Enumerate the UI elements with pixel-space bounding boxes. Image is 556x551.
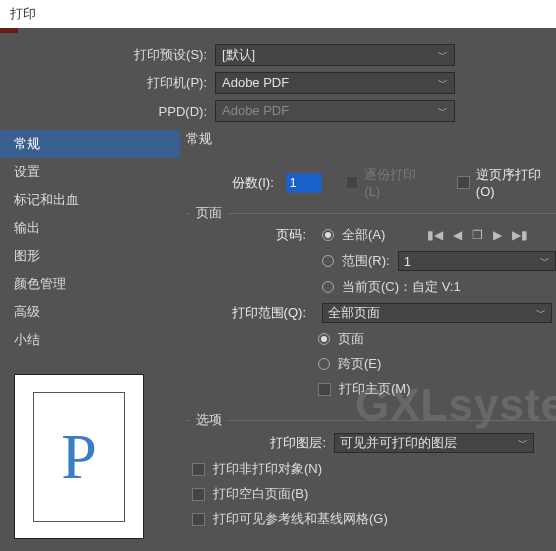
sidebar-item-output[interactable]: 输出 bbox=[0, 214, 180, 242]
sidebar-item-summary[interactable]: 小结 bbox=[0, 326, 180, 354]
reverse-label: 逆页序打印(O) bbox=[476, 166, 556, 199]
sidebar-item-setup[interactable]: 设置 bbox=[0, 158, 180, 186]
printrange-select[interactable]: 全部页面﹀ bbox=[322, 303, 552, 323]
last-page-icon[interactable]: ▶▮ bbox=[512, 228, 528, 242]
sidebar-item-color[interactable]: 颜色管理 bbox=[0, 270, 180, 298]
print-masters-label: 打印主页(M) bbox=[339, 380, 411, 398]
pages-legend: 页面 bbox=[190, 204, 228, 222]
pages-all-radio[interactable] bbox=[322, 229, 334, 241]
preview-inner: P bbox=[33, 392, 125, 522]
printer-select[interactable]: Adobe PDF﹀ bbox=[215, 72, 455, 94]
print-nonprint-label: 打印非打印对象(N) bbox=[213, 460, 322, 478]
prev-page-icon[interactable]: ◀ bbox=[453, 228, 462, 242]
sequence-spread-radio[interactable] bbox=[318, 358, 330, 370]
ppd-label: PPD(D): bbox=[100, 104, 215, 119]
preview-glyph: P bbox=[61, 420, 97, 494]
print-blank-label: 打印空白页面(B) bbox=[213, 485, 308, 503]
pages-range-input[interactable]: 1﹀ bbox=[398, 251, 556, 271]
print-layer-label: 打印图层: bbox=[246, 434, 326, 452]
sequence-page-radio[interactable] bbox=[318, 333, 330, 345]
window-title: 打印 bbox=[0, 0, 556, 28]
accent-bar bbox=[0, 28, 18, 33]
page-nav: ▮◀ ◀ ❐ ▶ ▶▮ bbox=[427, 228, 528, 242]
print-layer-select[interactable]: 可见并可打印的图层﹀ bbox=[334, 433, 534, 453]
preset-label: 打印预设(S): bbox=[100, 46, 215, 64]
chevron-down-icon: ﹀ bbox=[536, 306, 546, 320]
print-guides-checkbox[interactable] bbox=[192, 513, 205, 526]
page-number-label: 页码: bbox=[214, 226, 314, 244]
sidebar-item-advanced[interactable]: 高级 bbox=[0, 298, 180, 326]
print-masters-checkbox[interactable] bbox=[318, 383, 331, 396]
pages-current-radio[interactable] bbox=[322, 281, 334, 293]
pages-all-label: 全部(A) bbox=[342, 226, 385, 244]
chevron-down-icon: ﹀ bbox=[518, 436, 528, 450]
copies-label: 份数(I): bbox=[220, 174, 274, 192]
content-area: GXLsystem Gxlsystem.com 常规 份数(I): 逐份打印(L… bbox=[180, 130, 556, 539]
pages-range-radio[interactable] bbox=[322, 255, 334, 267]
copies-input[interactable] bbox=[286, 173, 322, 193]
collate-checkbox bbox=[346, 176, 359, 189]
options-fieldset: 选项 打印图层: 可见并可打印的图层﹀ 打印非打印对象(N) 打印空白页面(B) bbox=[186, 420, 556, 528]
main-panel: 打印预设(S): [默认]﹀ 打印机(P): Adobe PDF﹀ PPD(D)… bbox=[0, 28, 556, 539]
preset-select[interactable]: [默认]﹀ bbox=[215, 44, 455, 66]
printer-label: 打印机(P): bbox=[100, 74, 215, 92]
page-preview: P bbox=[14, 374, 144, 539]
sequence-page-label: 页面 bbox=[338, 330, 364, 348]
spread-icon[interactable]: ❐ bbox=[472, 228, 483, 242]
print-blank-checkbox[interactable] bbox=[192, 488, 205, 501]
sequence-spread-label: 跨页(E) bbox=[338, 355, 381, 373]
chevron-down-icon: ﹀ bbox=[438, 101, 448, 121]
reverse-checkbox[interactable] bbox=[457, 176, 470, 189]
sidebar: 常规 设置 标记和出血 输出 图形 颜色管理 高级 小结 P bbox=[0, 130, 180, 539]
print-guides-label: 打印可见参考线和基线网格(G) bbox=[213, 510, 388, 528]
pages-fieldset: 页面 ▮◀ ◀ ❐ ▶ ▶▮ 页码: 全部(A) 范围(R): bbox=[186, 213, 556, 398]
pages-current-label: 当前页(C)：自定 V:1 bbox=[342, 278, 461, 296]
sidebar-item-marks[interactable]: 标记和出血 bbox=[0, 186, 180, 214]
chevron-down-icon: ﹀ bbox=[438, 45, 448, 65]
first-page-icon[interactable]: ▮◀ bbox=[427, 228, 443, 242]
pages-range-label: 范围(R): bbox=[342, 252, 390, 270]
chevron-down-icon: ﹀ bbox=[438, 73, 448, 93]
print-nonprint-checkbox[interactable] bbox=[192, 463, 205, 476]
next-page-icon[interactable]: ▶ bbox=[493, 228, 502, 242]
options-legend: 选项 bbox=[190, 411, 228, 429]
sidebar-item-graphics[interactable]: 图形 bbox=[0, 242, 180, 270]
section-title: 常规 bbox=[186, 130, 556, 148]
chevron-down-icon: ﹀ bbox=[540, 254, 550, 268]
ppd-select[interactable]: Adobe PDF﹀ bbox=[215, 100, 455, 122]
sidebar-item-general[interactable]: 常规 bbox=[0, 130, 180, 158]
collate-label: 逐份打印(L) bbox=[364, 166, 429, 199]
printrange-label: 打印范围(Q): bbox=[190, 304, 314, 322]
